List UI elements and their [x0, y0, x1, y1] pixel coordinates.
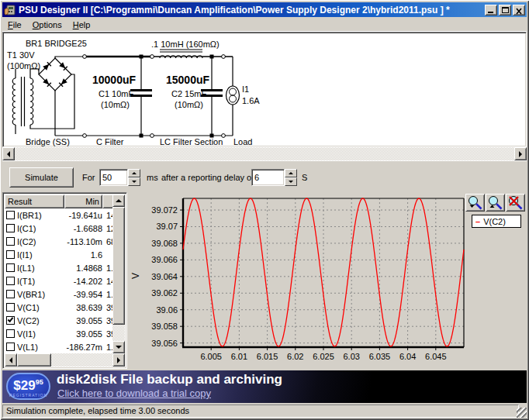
- table-row[interactable]: I(BR1)-19.641u14: [5, 208, 125, 222]
- window-title: PSU Designer II [C:\Programmi\Duncan Amp…: [19, 5, 483, 15]
- scroll-right-button[interactable]: [514, 147, 527, 160]
- result-name: V(C1): [17, 303, 64, 312]
- result-checkbox[interactable]: [6, 329, 15, 338]
- l1-label: .1 10mH (160mΩ): [151, 40, 220, 49]
- maximize-icon: [502, 7, 509, 13]
- table-row[interactable]: V(I1)39.05539: [5, 327, 125, 340]
- result-name: I(BR1): [17, 211, 64, 220]
- minimize-icon: [488, 12, 493, 13]
- scroll-left-button[interactable]: [2, 147, 15, 160]
- table-row[interactable]: I(C1)-1.668812: [5, 222, 125, 235]
- duration-input[interactable]: [99, 169, 128, 186]
- table-hscrollbar[interactable]: [5, 353, 125, 367]
- results-table: Result Min I(BR1)-19.641u14 I(C1)-1.6688…: [2, 192, 127, 369]
- result-checkbox[interactable]: [6, 263, 15, 272]
- spin-down-button[interactable]: [285, 177, 297, 186]
- right-arrow-icon: [117, 357, 120, 363]
- status-message: Simulation complete, elapsed time 3.00 s…: [2, 405, 519, 418]
- result-name: I(I1): [17, 250, 64, 260]
- zoom-reset-button[interactable]: [506, 194, 525, 212]
- bridge-label: BR1 BRIDGE25: [26, 39, 87, 48]
- svg-text:6.01: 6.01: [231, 352, 247, 361]
- circuit-canvas[interactable]: T1 30V (100mΩ) BR1 BRIDGE25 .1 10mH (160…: [2, 32, 527, 147]
- left-arrow-icon: [7, 151, 10, 157]
- svg-text:39.068: 39.068: [151, 239, 178, 248]
- spin-down-button[interactable]: [128, 177, 140, 186]
- svg-text:6.025: 6.025: [313, 352, 334, 361]
- scroll-up-button[interactable]: [112, 195, 125, 207]
- title-bar[interactable]: PSU Designer II [C:\Programmi\Duncan Amp…: [2, 2, 527, 17]
- table-row[interactable]: V(C1)38.63939: [5, 301, 125, 314]
- result-min: -39.954: [64, 290, 102, 299]
- ad-link[interactable]: Click here to download a trial copy: [57, 387, 211, 399]
- duration-spinner[interactable]: [128, 169, 140, 186]
- result-min: -19.641u: [64, 211, 102, 220]
- result-checkbox[interactable]: [6, 237, 15, 246]
- hscroll-thumb[interactable]: [17, 353, 51, 367]
- table-row[interactable]: I(T1)-14.20214: [5, 274, 125, 287]
- svg-text:39.062: 39.062: [151, 288, 178, 298]
- zoom-out-button[interactable]: [486, 194, 505, 212]
- section-cfilter-label: C Filter: [96, 137, 124, 146]
- table-row[interactable]: V(L1)-186.27m1.: [5, 340, 125, 353]
- down-arrow-icon: [289, 181, 293, 183]
- zoom-out-icon: [486, 195, 504, 211]
- result-min: 1.4868: [64, 263, 102, 273]
- result-checkbox[interactable]: [6, 343, 15, 351]
- spin-up-button[interactable]: [128, 169, 140, 177]
- table-header: Result Min: [5, 195, 125, 208]
- scroll-left-button[interactable]: [5, 353, 17, 367]
- vscroll-thumb[interactable]: [112, 207, 125, 325]
- down-arrow-icon: [116, 346, 122, 349]
- result-checkbox[interactable]: [6, 290, 15, 298]
- delay-spinner[interactable]: [285, 169, 297, 186]
- menu-help[interactable]: Help: [67, 19, 96, 31]
- svg-text:6.005: 6.005: [200, 352, 222, 361]
- close-icon: [513, 7, 524, 16]
- svg-text:6.045: 6.045: [425, 352, 447, 361]
- section-lcfilter-label: LC Filter Section: [160, 137, 223, 146]
- minimize-button[interactable]: [485, 5, 497, 15]
- result-checkbox[interactable]: [6, 211, 15, 219]
- circuit-hscrollbar[interactable]: [2, 147, 527, 160]
- legend-series-label: V(C2): [483, 217, 506, 226]
- ad-banner[interactable]: $2995 REGISTRATION disk2disk File backup…: [2, 370, 527, 403]
- ms-label: ms: [147, 173, 158, 182]
- resize-grip[interactable]: [517, 408, 527, 418]
- table-row[interactable]: V(BR1)-39.9541.: [5, 287, 125, 301]
- delay-input[interactable]: [251, 169, 285, 186]
- scroll-track[interactable]: [15, 147, 514, 160]
- result-checkbox[interactable]: [6, 224, 15, 232]
- result-checkbox[interactable]: [6, 277, 15, 285]
- chart-plot: 6.0056.016.0156.026.0256.036.0356.046.04…: [128, 192, 527, 370]
- simulate-button[interactable]: Simulate: [9, 167, 74, 188]
- result-min: -1.6688: [64, 224, 102, 233]
- maximize-button[interactable]: [499, 5, 511, 15]
- svg-text:6.03: 6.03: [343, 352, 359, 361]
- menu-options[interactable]: Options: [27, 19, 67, 31]
- result-next: 39: [102, 329, 113, 339]
- table-row[interactable]: I(C2)-113.10m68.8: [5, 235, 125, 248]
- menu-file[interactable]: File: [2, 19, 27, 31]
- zoom-reset-icon: [507, 195, 524, 211]
- table-vscrollbar[interactable]: [112, 195, 125, 353]
- spin-up-button[interactable]: [285, 169, 297, 177]
- column-result[interactable]: Result: [5, 195, 64, 208]
- result-checkbox[interactable]: [6, 316, 15, 325]
- result-min: -14.202: [64, 277, 102, 286]
- column-min[interactable]: Min: [64, 195, 102, 208]
- result-checkbox[interactable]: [6, 250, 15, 259]
- inductor-core: [160, 50, 202, 52]
- table-row[interactable]: V(C2)39.05539: [5, 314, 125, 327]
- zoom-in-button[interactable]: [465, 194, 485, 212]
- app-window: PSU Designer II [C:\Programmi\Duncan Amp…: [0, 0, 529, 420]
- table-row[interactable]: I(L1)1.48681.: [5, 261, 125, 274]
- close-button[interactable]: [513, 5, 525, 15]
- result-name: V(L1): [17, 343, 64, 352]
- simulation-toolbar: Simulate For ms after a reporting delay …: [2, 160, 527, 192]
- scroll-down-button[interactable]: [112, 341, 125, 353]
- scroll-right-button[interactable]: [112, 353, 125, 367]
- table-row[interactable]: I(I1)1.6: [5, 248, 125, 261]
- result-min: 1.6: [64, 250, 102, 260]
- result-checkbox[interactable]: [6, 303, 15, 312]
